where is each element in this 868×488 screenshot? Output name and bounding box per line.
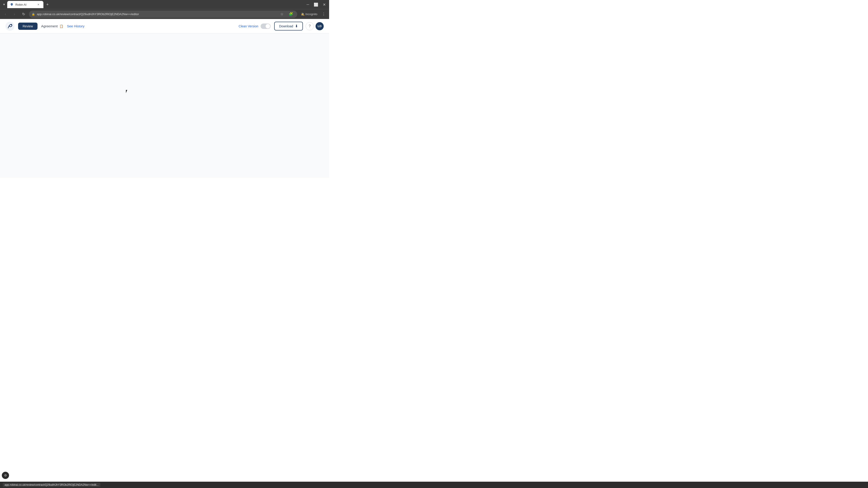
extensions-button[interactable]: 🧩 xyxy=(287,11,294,18)
incognito-button[interactable]: 🕵 Incognito xyxy=(299,11,319,17)
tab-close-button[interactable]: × xyxy=(36,2,41,7)
avatar-button[interactable]: LD xyxy=(315,22,324,30)
help-icon: ? xyxy=(309,24,311,28)
clean-version-section: Clean Version xyxy=(239,24,271,29)
incognito-icon: 🕵 xyxy=(301,12,305,16)
tab-title: Robin AI xyxy=(16,3,34,6)
main-content xyxy=(0,33,329,178)
new-tab-button[interactable]: + xyxy=(44,1,51,8)
app-content: Review Agreement 📋 See History Clean Ver… xyxy=(0,19,329,178)
browser-chrome: ▼ Robin AI × + ─ ⬜ ✕ ‹ › ↻ xyxy=(0,0,329,19)
svg-point-1 xyxy=(11,24,12,25)
back-button[interactable]: ‹ xyxy=(2,11,9,18)
agreement-label: Agreement xyxy=(41,24,58,28)
download-label: Download xyxy=(279,24,293,28)
tab-dropdown-button[interactable]: ▼ xyxy=(2,2,6,7)
minimize-button[interactable]: ─ xyxy=(305,1,311,8)
agreement-section: Agreement 📋 xyxy=(41,24,63,28)
svg-point-0 xyxy=(5,22,14,31)
incognito-label: Incognito xyxy=(305,12,317,16)
window-controls: ─ ⬜ ✕ xyxy=(305,1,327,8)
address-url-text: app.robinai.co.uk/review/contract/Q29udH… xyxy=(37,12,276,16)
clean-version-toggle[interactable] xyxy=(260,24,271,29)
forward-button[interactable]: › xyxy=(11,11,18,18)
download-button[interactable]: Download ⬇ xyxy=(274,22,303,31)
active-tab[interactable]: Robin AI × xyxy=(7,1,43,8)
review-button[interactable]: Review xyxy=(18,23,37,30)
browser-titlebar: ▼ Robin AI × + ─ ⬜ ✕ xyxy=(0,0,329,9)
copy-icon[interactable]: 📋 xyxy=(59,24,63,28)
tab-bar: ▼ Robin AI × + xyxy=(2,1,303,8)
reload-button[interactable]: ↻ xyxy=(20,11,27,18)
bookmark-button[interactable]: ☆ xyxy=(278,11,285,18)
review-label: Review xyxy=(23,24,33,28)
robin-ai-logo[interactable] xyxy=(5,22,14,31)
app-header: Review Agreement 📋 See History Clean Ver… xyxy=(0,19,329,33)
address-actions: ☆ 🧩 xyxy=(278,11,294,18)
clean-version-label: Clean Version xyxy=(239,24,258,28)
address-favicon: 🔒 xyxy=(32,13,35,16)
tab-favicon xyxy=(10,3,13,6)
see-history-button[interactable]: See History xyxy=(67,24,85,28)
browser-menu-button[interactable]: ⋮ xyxy=(320,11,327,18)
close-window-button[interactable]: ✕ xyxy=(321,1,327,8)
see-history-label: See History xyxy=(67,24,85,28)
help-button[interactable]: ? xyxy=(306,22,314,30)
avatar-initials: LD xyxy=(318,24,321,28)
maximize-button[interactable]: ⬜ xyxy=(313,1,319,8)
browser-toolbar: ‹ › ↻ 🔒 app.robinai.co.uk/review/contrac… xyxy=(0,9,329,19)
toolbar-right: 🕵 Incognito ⋮ xyxy=(299,11,327,18)
download-icon: ⬇ xyxy=(295,24,298,28)
address-bar[interactable]: 🔒 app.robinai.co.uk/review/contract/Q29u… xyxy=(29,11,297,18)
